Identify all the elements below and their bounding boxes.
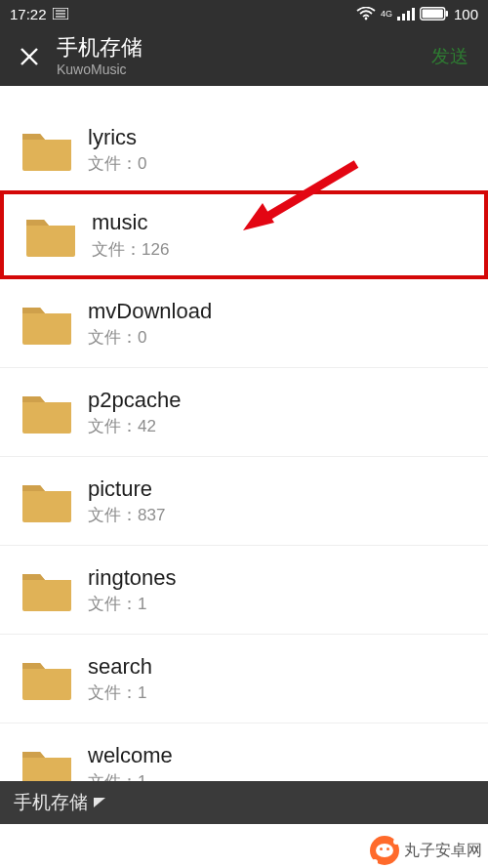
item-meta: 文件：1	[88, 594, 177, 616]
svg-rect-5	[397, 17, 400, 21]
folder-icon	[6, 391, 88, 434]
item-meta: 文件：0	[88, 327, 212, 350]
item-name: search	[88, 652, 152, 682]
svg-rect-7	[407, 11, 410, 21]
item-name: mvDownload	[88, 297, 212, 326]
header-titles: 手机存储 KuwoMusic	[57, 35, 426, 78]
app-header: 手机存储 KuwoMusic 发送	[0, 27, 488, 86]
item-name: picture	[88, 475, 165, 504]
folder-icon	[6, 657, 88, 700]
item-texts: music 文件：126	[92, 208, 169, 262]
item-meta: 文件：837	[88, 505, 165, 527]
watermark: 丸子安卓网	[370, 836, 482, 865]
folder-icon	[10, 214, 92, 257]
list-item[interactable]: search 文件：1	[0, 635, 488, 723]
bottom-bar[interactable]: 手机存储	[0, 781, 488, 824]
header-subtitle: KuwoMusic	[57, 62, 426, 78]
list-item[interactable]: mvDownload 文件：0	[0, 279, 488, 368]
folder-icon	[6, 302, 88, 345]
folder-icon	[6, 128, 88, 171]
svg-rect-8	[412, 8, 415, 21]
dropdown-caret-icon	[94, 798, 105, 807]
item-name: ringtones	[88, 563, 177, 593]
close-icon	[19, 46, 40, 67]
battery-icon	[420, 7, 449, 21]
folder-icon	[6, 479, 88, 522]
item-name: welcome	[88, 741, 173, 770]
list-item[interactable]: ringtones 文件：1	[0, 546, 488, 635]
list-item[interactable]: picture 文件：837	[0, 457, 488, 546]
list-item[interactable]: music 文件：126	[0, 190, 488, 279]
svg-rect-10	[445, 11, 448, 17]
news-icon	[53, 8, 68, 20]
send-button[interactable]: 发送	[426, 44, 474, 69]
list-top-spacer	[0, 86, 488, 105]
watermark-text: 丸子安卓网	[404, 841, 482, 861]
status-time: 17:22	[10, 6, 47, 22]
list-item[interactable]: p2pcache 文件：42	[0, 368, 488, 457]
item-name: p2pcache	[88, 386, 181, 415]
item-meta: 文件：126	[92, 239, 169, 262]
signal-icon	[397, 7, 415, 21]
file-list[interactable]: lyrics 文件：0 music 文件：126 mvDownload 文件：0…	[0, 86, 488, 818]
status-right: 4G 100	[356, 6, 478, 22]
status-bar: 17:22 4G 100	[0, 0, 488, 27]
close-button[interactable]	[14, 46, 45, 67]
item-name: lyrics	[88, 123, 146, 152]
item-texts: mvDownload 文件：0	[88, 297, 212, 351]
wifi-icon	[356, 7, 376, 21]
network-label: 4G	[381, 10, 392, 19]
svg-point-4	[365, 18, 368, 21]
list-item[interactable]: lyrics 文件：0	[0, 105, 488, 194]
item-texts: picture 文件：837	[88, 475, 165, 528]
item-meta: 文件：1	[88, 682, 152, 705]
svg-rect-11	[422, 10, 442, 19]
item-texts: p2pcache 文件：42	[88, 386, 181, 439]
item-name: music	[92, 208, 169, 237]
item-texts: search 文件：1	[88, 652, 152, 706]
item-texts: ringtones 文件：1	[88, 563, 177, 617]
status-left: 17:22	[10, 6, 68, 22]
item-meta: 文件：42	[88, 416, 181, 438]
folder-icon	[6, 568, 88, 611]
item-meta: 文件：0	[88, 153, 146, 176]
header-title: 手机存储	[57, 35, 426, 61]
svg-rect-6	[402, 14, 405, 21]
watermark-logo-icon	[370, 836, 399, 865]
battery-percent: 100	[454, 6, 478, 22]
item-texts: lyrics 文件：0	[88, 123, 146, 177]
bottom-label: 手机存储	[14, 790, 88, 815]
